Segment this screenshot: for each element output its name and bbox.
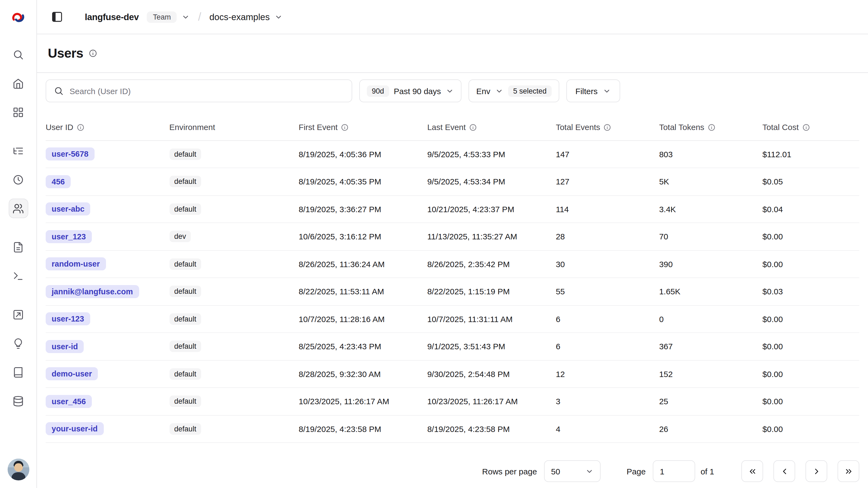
total-tokens-cell: 367 (659, 333, 762, 360)
user-id-badge[interactable]: 456 (45, 175, 71, 188)
langfuse-logo-icon (10, 9, 26, 25)
user-id-badge[interactable]: user-5678 (45, 148, 94, 161)
table-row[interactable]: demo-user default 8/28/2025, 9:32:30 AM … (45, 360, 859, 387)
column-label: User ID (45, 123, 73, 132)
total-cost-cell: $0.00 (763, 223, 859, 250)
total-cost-cell: $0.00 (763, 360, 859, 387)
environment-badge: default (169, 176, 201, 188)
environment-badge: default (169, 341, 201, 352)
user-id-badge[interactable]: demo-user (45, 368, 98, 380)
user-id-badge[interactable]: random-user (45, 258, 106, 271)
environment-badge: default (169, 368, 201, 380)
total-cost-cell: $0.00 (763, 250, 859, 278)
tracing-tree-icon (12, 145, 24, 156)
user-id-badge[interactable]: user_123 (45, 230, 92, 243)
sidebar-item-datasets[interactable] (8, 391, 28, 411)
project-chevron-down-icon[interactable] (275, 13, 283, 21)
sidebar-item-sessions[interactable] (8, 170, 28, 189)
org-name[interactable]: langfuse-dev (85, 12, 139, 22)
sidebar-item-evaluation[interactable] (8, 305, 28, 324)
table-row[interactable]: your-user-id default 8/19/2025, 4:23:58 … (45, 415, 859, 442)
table-row[interactable]: random-user default 8/26/2025, 11:36:24 … (45, 250, 859, 278)
last-page-button[interactable] (838, 460, 859, 482)
sidebar-item-playground[interactable] (8, 266, 28, 286)
total-events-cell: 147 (556, 140, 659, 168)
table-row[interactable]: user-id default 8/25/2025, 4:23:43 PM 9/… (45, 333, 859, 360)
col-total-cost: Total Cost (763, 114, 859, 140)
first-page-button[interactable] (741, 460, 763, 482)
sidebar-item-llm-judge[interactable] (8, 334, 28, 353)
chevrons-left-icon (748, 466, 757, 476)
total-cost-cell: $0.00 (763, 333, 859, 360)
user-avatar[interactable] (7, 459, 29, 480)
environment-badge: default (169, 423, 201, 435)
first-event-cell: 8/26/2025, 11:36:24 AM (299, 250, 427, 278)
search-icon (54, 86, 64, 96)
total-tokens-cell: 25 (659, 387, 762, 415)
user-id-badge[interactable]: user-abc (45, 203, 91, 216)
sidebar-item-search[interactable] (8, 45, 28, 64)
page-header: Users (37, 34, 868, 73)
first-event-cell: 10/6/2025, 3:16:12 PM (299, 223, 427, 250)
user-id-badge[interactable]: your-user-id (45, 423, 103, 435)
last-event-cell: 8/26/2025, 2:35:42 PM (427, 250, 556, 278)
info-icon[interactable] (469, 124, 477, 132)
sidebar (0, 0, 37, 488)
rows-per-page-value: 50 (551, 466, 560, 476)
page-title-info-icon[interactable] (89, 49, 97, 58)
search-box (45, 80, 352, 102)
total-tokens-cell: 3.4K (659, 195, 762, 223)
langfuse-logo[interactable] (0, 0, 36, 34)
dashboards-grid-icon (12, 106, 24, 118)
table-row[interactable]: user_123 dev 10/6/2025, 3:16:12 PM 11/13… (45, 223, 859, 250)
first-event-cell: 8/19/2025, 4:05:36 PM (299, 140, 427, 168)
info-icon[interactable] (76, 124, 85, 132)
user-id-badge[interactable]: jannik@langfuse.com (45, 285, 139, 298)
column-label: Total Cost (763, 123, 799, 132)
col-first-event: First Event (299, 114, 427, 140)
total-cost-cell: $0.00 (763, 387, 859, 415)
sidebar-item-home[interactable] (8, 74, 28, 93)
table-row[interactable]: user-123 default 10/7/2025, 11:28:16 AM … (45, 305, 859, 333)
table-row[interactable]: user_456 default 10/23/2025, 11:26:17 AM… (45, 387, 859, 415)
info-icon[interactable] (802, 124, 810, 132)
table-header-row: User ID Environment First Event Last Eve… (45, 114, 859, 140)
chevron-down-icon (585, 467, 593, 475)
table-row[interactable]: 456 default 8/19/2025, 4:05:35 PM 9/5/20… (45, 168, 859, 195)
total-tokens-cell: 70 (659, 223, 762, 250)
next-page-button[interactable] (806, 460, 827, 482)
environment-badge: default (169, 258, 201, 270)
sidebar-toggle-button[interactable] (49, 9, 65, 25)
info-icon[interactable] (603, 124, 612, 132)
sidebar-item-annotation[interactable] (8, 362, 28, 382)
col-total-tokens: Total Tokens (659, 114, 762, 140)
user-id-badge[interactable]: user-123 (45, 313, 90, 325)
user-id-badge[interactable]: user_456 (45, 395, 92, 408)
previous-page-button[interactable] (773, 460, 795, 482)
page-number-input[interactable] (653, 460, 695, 482)
info-icon[interactable] (708, 124, 716, 132)
rows-per-page-select[interactable]: 50 (544, 460, 600, 482)
table-row[interactable]: user-5678 default 8/19/2025, 4:05:36 PM … (45, 140, 859, 168)
search-input[interactable] (69, 86, 345, 95)
environment-select[interactable]: Env 5 selected (469, 80, 559, 102)
info-icon[interactable] (341, 124, 349, 132)
sidebar-item-users[interactable] (8, 199, 28, 218)
filters-button[interactable]: Filters (566, 80, 620, 102)
table-row[interactable]: jannik@langfuse.com default 8/22/2025, 1… (45, 278, 859, 305)
sidebar-item-prompts[interactable] (8, 237, 28, 257)
prompts-file-icon (12, 241, 24, 253)
environment-badge: dev (169, 231, 191, 242)
sidebar-item-tracing[interactable] (8, 141, 28, 161)
date-range-select[interactable]: 90d Past 90 days (359, 80, 462, 102)
top-bar: langfuse-dev Team / docs-examples (37, 0, 868, 34)
total-tokens-cell: 5K (659, 168, 762, 195)
project-name[interactable]: docs-examples (209, 12, 270, 22)
sidebar-item-dashboards[interactable] (8, 102, 28, 122)
table-row[interactable]: user-abc default 8/19/2025, 3:36:27 PM 1… (45, 195, 859, 223)
last-event-cell: 8/19/2025, 4:23:58 PM (427, 415, 556, 442)
user-id-badge[interactable]: user-id (45, 340, 84, 353)
org-chevron-down-icon[interactable] (182, 13, 190, 21)
last-event-cell: 10/21/2025, 4:23:37 PM (427, 195, 556, 223)
rows-per-page-label: Rows per page (482, 466, 537, 476)
